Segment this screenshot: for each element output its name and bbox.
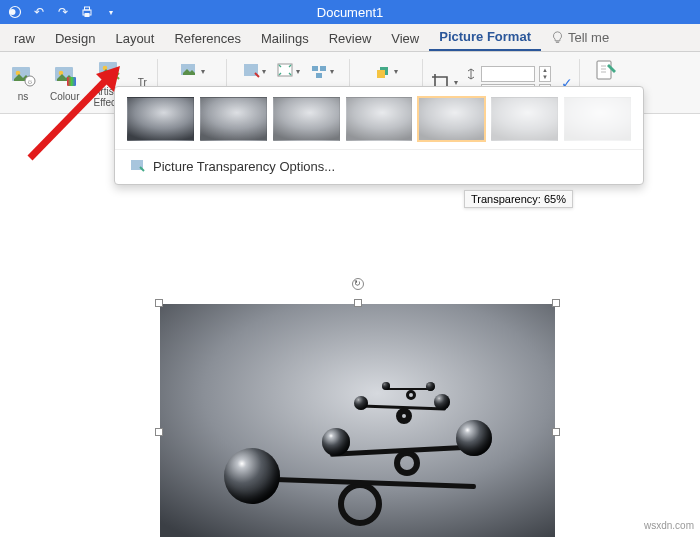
resize-handle-tl[interactable]: [155, 299, 163, 307]
transparency-options-label: Picture Transparency Options...: [153, 159, 335, 174]
transparency-preset-80[interactable]: [491, 97, 558, 141]
tab-view[interactable]: View: [381, 25, 429, 51]
svg-rect-20: [320, 66, 326, 71]
height-field[interactable]: [481, 66, 535, 82]
lightbulb-icon: [551, 31, 564, 44]
svg-rect-24: [377, 70, 385, 78]
title-bar: ↶ ↷ ▾ Document1: [0, 0, 700, 24]
transparency-preset-35[interactable]: [273, 97, 340, 141]
picture-layout-button[interactable]: [307, 56, 337, 86]
picture-content: [160, 304, 555, 537]
picture-effects-button[interactable]: [273, 56, 303, 86]
tell-me-search[interactable]: Tell me: [541, 24, 619, 51]
svg-rect-27: [597, 61, 611, 79]
tell-me-label: Tell me: [568, 30, 609, 45]
tab-picture-format[interactable]: Picture Format: [429, 23, 541, 51]
height-stepper[interactable]: ▲▼: [539, 66, 551, 82]
tab-layout[interactable]: Layout: [105, 25, 164, 51]
height-icon: [465, 68, 477, 80]
svg-rect-21: [316, 73, 322, 78]
rotate-handle[interactable]: [352, 278, 364, 290]
print-icon[interactable]: [80, 5, 94, 19]
quick-access-toolbar: ↶ ↷ ▾: [0, 5, 118, 19]
transparency-preset-95[interactable]: [564, 97, 631, 141]
resize-handle-mr[interactable]: [552, 428, 560, 436]
transparency-preset-0[interactable]: [127, 97, 194, 141]
ribbon-tabstrip: raw Design Layout References Mailings Re…: [0, 24, 700, 52]
svg-point-1: [10, 9, 16, 15]
transparency-options-button[interactable]: Picture Transparency Options...: [115, 149, 643, 184]
tab-mailings[interactable]: Mailings: [251, 25, 319, 51]
tab-design[interactable]: Design: [45, 25, 105, 51]
qat-more-icon[interactable]: ▾: [104, 5, 118, 19]
compress-pictures-button[interactable]: [177, 56, 207, 86]
autosave-toggle-icon[interactable]: [8, 5, 22, 19]
transparency-preset-50[interactable]: [346, 97, 413, 141]
transparency-tooltip: Transparency: 65%: [464, 190, 573, 208]
redo-icon[interactable]: ↷: [56, 5, 70, 19]
resize-handle-tr[interactable]: [552, 299, 560, 307]
transparency-preset-20[interactable]: [200, 97, 267, 141]
tab-review[interactable]: Review: [319, 25, 382, 51]
picture-border-button[interactable]: [239, 56, 269, 86]
transparency-dropdown-panel: Picture Transparency Options... Transpar…: [114, 86, 644, 185]
red-arrow-annotation: [20, 58, 130, 168]
balance-sculpture-graphic: [218, 342, 498, 522]
svg-rect-5: [556, 42, 559, 43]
format-pane-icon: [593, 58, 619, 84]
document-title: Document1: [317, 5, 383, 20]
svg-rect-3: [85, 7, 90, 10]
transparency-preset-65[interactable]: [418, 97, 485, 141]
svg-rect-4: [85, 13, 90, 17]
transparency-preset-row: [115, 87, 643, 149]
watermark: wsxdn.com: [644, 520, 694, 531]
resize-handle-ml[interactable]: [155, 428, 163, 436]
transparency-options-icon: [129, 158, 145, 174]
position-button[interactable]: [371, 56, 401, 86]
tab-references[interactable]: References: [164, 25, 250, 51]
undo-icon[interactable]: ↶: [32, 5, 46, 19]
resize-handle-tm[interactable]: [354, 299, 362, 307]
svg-rect-19: [312, 66, 318, 71]
tab-draw[interactable]: raw: [4, 25, 45, 51]
selected-picture[interactable]: [160, 304, 555, 537]
